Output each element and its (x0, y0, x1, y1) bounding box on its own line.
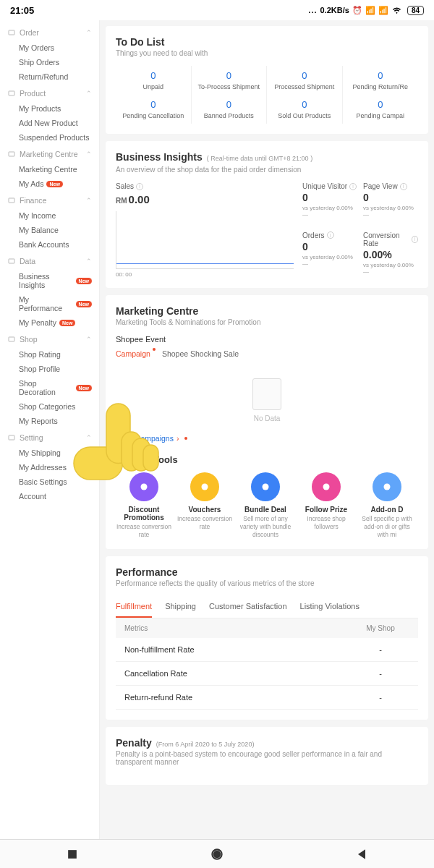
sidebar-item-ship-orders[interactable]: Ship Orders (0, 55, 99, 69)
sidebar-item-shop-rating[interactable]: Shop Rating (0, 347, 99, 362)
tab-campaign[interactable]: Campaign (116, 349, 150, 361)
folder-icon (7, 433, 16, 442)
info-icon[interactable]: i (327, 231, 334, 239)
todo-item[interactable]: 0To-Process Shipment (192, 66, 268, 95)
chevron-up-icon: ⌃ (86, 258, 92, 265)
recent-apps-button[interactable] (65, 847, 80, 861)
tool-vouchers[interactable]: Vouchers Increase conversion rate (176, 472, 233, 539)
sidebar-item-business-insights[interactable]: Business InsightsNew (0, 269, 99, 292)
sidebar-item-my-ads[interactable]: My AdsNew (0, 176, 99, 191)
perf-tab-customer-satisfaction[interactable]: Customer Satisfaction (209, 596, 287, 618)
todo-item[interactable]: 0Pending Cancellation (116, 95, 192, 124)
sidebar: Order ⌃My OrdersShip OrdersReturn/Refund… (0, 20, 100, 839)
perf-tab-listing-violations[interactable]: Listing Violations (300, 596, 359, 618)
sidebar-item-my-addresses[interactable]: My Addresses (0, 460, 99, 475)
nav-group-finance[interactable]: Finance ⌃ (0, 192, 99, 208)
document-icon (252, 378, 281, 410)
sidebar-item-marketing-centre[interactable]: Marketing Centre (0, 162, 99, 176)
tool-follow-prize[interactable]: Follow Prize Increase shop followers (298, 472, 354, 539)
sidebar-item-my-performance[interactable]: My PerformanceNew (0, 292, 99, 315)
status-time: 21:05 (10, 5, 34, 16)
sidebar-item-basic-settings[interactable]: Basic Settings (0, 475, 99, 489)
svg-rect-2 (9, 152, 14, 156)
sidebar-item-my-penalty[interactable]: My PenaltyNew (0, 315, 99, 330)
nav-group-order[interactable]: Order ⌃ (0, 25, 99, 41)
sidebar-item-my-reports[interactable]: My Reports (0, 414, 99, 428)
info-icon[interactable]: i (136, 183, 143, 190)
tool-add-on-d[interactable]: Add-on D Sell specific p with add-on di … (359, 472, 415, 539)
info-icon[interactable]: i (349, 183, 357, 190)
todo-item[interactable]: 0Pending Campai (343, 95, 419, 124)
back-button[interactable] (354, 847, 369, 861)
folder-icon (7, 335, 16, 344)
svg-point-10 (323, 484, 330, 490)
tool-discount-promotions[interactable]: Discount Promotions Increase conversion … (116, 472, 172, 539)
main-content: To Do List Things you need to deal with … (100, 20, 434, 839)
todo-item[interactable]: 0Pending Return/Re (343, 66, 419, 95)
status-net: 0.2KB/s (320, 6, 349, 14)
chevron-up-icon: ⌃ (86, 197, 92, 204)
tool-icon (129, 472, 158, 501)
folder-icon (7, 150, 16, 158)
perf-row: Return-refund Rate- (116, 686, 418, 710)
chevron-up-icon: ⌃ (86, 434, 92, 441)
nav-group-shop[interactable]: Shop ⌃ (0, 331, 99, 347)
info-icon[interactable]: i (400, 183, 407, 190)
nav-group-data[interactable]: Data ⌃ (0, 253, 99, 269)
wifi-icon (391, 4, 402, 17)
new-badge: New (46, 181, 62, 187)
folder-icon (7, 257, 16, 265)
insights-title: Business Insights (116, 151, 203, 163)
sidebar-item-shop-profile[interactable]: Shop Profile (0, 362, 99, 376)
info-icon[interactable]: i (412, 236, 418, 243)
sidebar-item-my-income[interactable]: My Income (0, 208, 99, 223)
sidebar-item-my-balance[interactable]: My Balance (0, 223, 99, 237)
sidebar-item-shop-categories[interactable]: Shop Categories (0, 399, 99, 414)
folder-icon (7, 196, 16, 205)
sidebar-item-account[interactable]: Account (0, 489, 99, 503)
tool-bundle-deal[interactable]: Bundle Deal Sell more of any variety wit… (237, 472, 294, 539)
penalty-range: (From 6 April 2020 to 5 July 2020) (156, 741, 255, 748)
home-button[interactable] (210, 847, 224, 861)
android-nav-bar (0, 839, 434, 868)
svg-rect-17 (68, 850, 77, 859)
todo-item[interactable]: 0Unpaid (116, 66, 192, 95)
sales-value: RM0.00 (116, 193, 294, 205)
tool-icon (190, 472, 219, 501)
perf-tab-fulfillment[interactable]: Fulfillment (116, 596, 152, 618)
tools-title: Popular Tools (116, 454, 418, 465)
chevron-up-icon: ⌃ (86, 150, 92, 158)
perf-tab-shipping[interactable]: Shipping (165, 596, 196, 618)
todo-card: To Do List Things you need to deal with … (106, 26, 428, 134)
perf-row: Non-fulfillment Rate- (116, 638, 418, 662)
tab-shocking-sale[interactable]: Shopee Shocking Sale (162, 349, 239, 361)
nav-group-product[interactable]: Product ⌃ (0, 85, 99, 101)
sales-chart (116, 211, 294, 269)
marketing-title: Marketing Centre (116, 305, 418, 317)
more-campaigns-link[interactable]: More Campaigns › (116, 434, 418, 443)
perf-head-shop: My Shop (352, 624, 409, 632)
stat-block: Page Viewi 0 vs yesterday 0.00% — (363, 182, 418, 221)
performance-sub: Performance reflects the quality of vari… (116, 579, 418, 587)
status-dots: ... (308, 6, 317, 14)
todo-item[interactable]: 0Banned Products (192, 95, 268, 124)
sidebar-item-suspended-products[interactable]: Suspended Products (0, 130, 99, 145)
nav-group-setting[interactable]: Setting ⌃ (0, 430, 99, 446)
signal-icon: 📶 (365, 6, 375, 15)
todo-item[interactable]: 0Processed Shipment (267, 66, 343, 95)
nav-group-marketing-centre[interactable]: Marketing Centre ⌃ (0, 146, 99, 162)
stat-block: Unique Visitori 0 vs yesterday 0.00% — (302, 182, 357, 221)
sidebar-item-bank-accounts[interactable]: Bank Accounts (0, 237, 99, 252)
stat-block: Ordersi 0 vs yesterday 0.00% — (302, 231, 357, 278)
sidebar-item-my-shipping[interactable]: My Shipping (0, 446, 99, 460)
todo-sub: Things you need to deal with (116, 49, 418, 57)
todo-item[interactable]: 0Sold Out Products (267, 95, 343, 124)
sidebar-item-return/refund[interactable]: Return/Refund (0, 69, 99, 84)
sidebar-item-my-products[interactable]: My Products (0, 101, 99, 116)
new-badge: New (59, 320, 75, 326)
marketing-sub: Marketing Tools & Nominations for Promot… (116, 318, 418, 326)
sidebar-item-add-new-product[interactable]: Add New Product (0, 116, 99, 130)
sidebar-item-my-orders[interactable]: My Orders (0, 41, 99, 55)
shopee-event-label: Shopee Event (116, 335, 418, 344)
sidebar-item-shop-decoration[interactable]: Shop DecorationNew (0, 376, 99, 399)
